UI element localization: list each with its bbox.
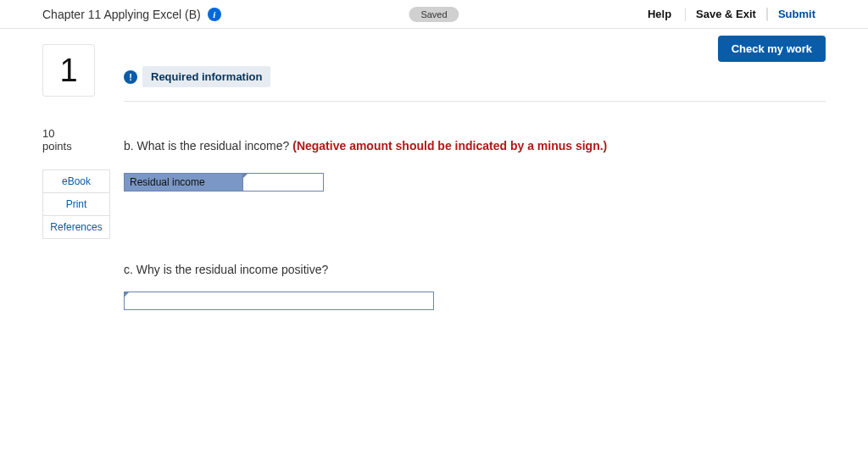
title-area: Chapter 11 Applying Excel (B) i <box>42 8 221 21</box>
save-exit-link[interactable]: Save & Exit <box>686 8 767 20</box>
side-links: eBook Print References <box>42 169 110 239</box>
submit-link[interactable]: Submit <box>768 8 826 20</box>
top-bar: Chapter 11 Applying Excel (B) i Saved He… <box>0 0 868 29</box>
residual-income-table: Residual income <box>124 173 324 192</box>
part-c-input-wrap[interactable] <box>124 292 434 310</box>
part-b-text: b. What is the residual income? <box>124 139 292 153</box>
references-link[interactable]: References <box>42 216 110 239</box>
check-my-work-button[interactable]: Check my work <box>718 36 826 62</box>
info-icon[interactable]: i <box>208 8 221 21</box>
page-body: Check my work 1 10 points eBook Print Re… <box>0 29 868 310</box>
points-block: 10 points <box>42 127 110 153</box>
question-number-box: 1 <box>42 44 95 97</box>
required-info-row: ! Required information <box>124 66 826 87</box>
divider-line <box>124 101 826 102</box>
body-grid: 1 10 points eBook Print References ! Req… <box>42 29 826 310</box>
cell-notch-icon <box>124 292 130 297</box>
saved-status: Saved <box>409 7 459 22</box>
residual-income-input-cell[interactable] <box>243 174 323 191</box>
left-column: 1 10 points eBook Print References <box>42 44 110 310</box>
required-information-badge: Required information <box>142 66 270 87</box>
ebook-link[interactable]: eBook <box>42 169 110 193</box>
points-label: points <box>42 140 110 153</box>
points-value: 10 <box>42 127 110 140</box>
help-link[interactable]: Help <box>637 8 685 20</box>
residual-income-label-cell: Residual income <box>125 174 243 191</box>
part-c-prompt: c. Why is the residual income positive? <box>124 263 826 276</box>
part-c-input[interactable] <box>125 292 433 309</box>
main-column: ! Required information b. What is the re… <box>124 44 826 310</box>
print-link[interactable]: Print <box>42 193 110 216</box>
top-actions: Help Save & Exit Submit <box>637 8 826 21</box>
alert-icon: ! <box>124 70 137 84</box>
page-title: Chapter 11 Applying Excel (B) <box>42 8 201 21</box>
part-b-prompt: b. What is the residual income? (Negativ… <box>124 139 826 153</box>
cell-notch-icon <box>242 173 248 179</box>
part-b-hint: (Negative amount should be indicated by … <box>292 139 607 153</box>
residual-income-input[interactable] <box>243 174 323 191</box>
